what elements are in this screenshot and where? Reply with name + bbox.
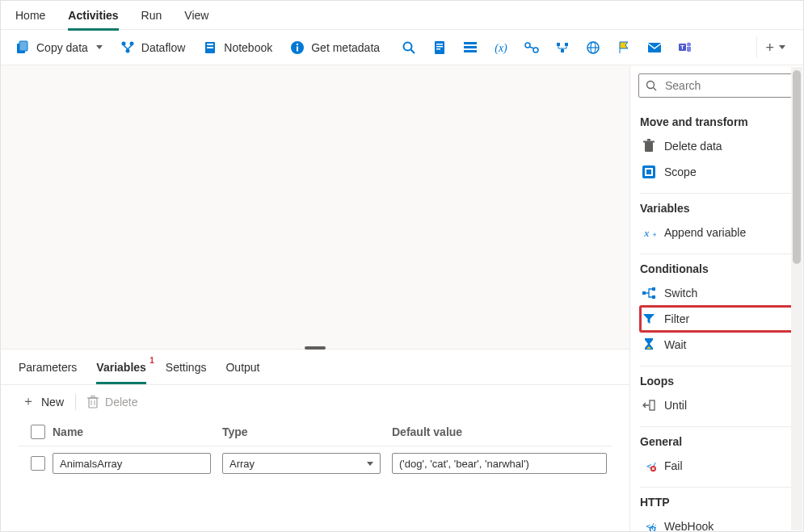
variable-icon[interactable]: (x) [493,40,509,56]
svg-line-13 [411,49,415,53]
svg-text:(x): (x) [495,42,507,54]
pipeline-icon[interactable] [554,40,570,56]
dataflow-button[interactable]: Dataflow [116,37,190,58]
svg-point-11 [297,43,298,44]
process-icon[interactable] [524,40,540,56]
delete-label: Delete [105,396,137,408]
switch-icon [642,286,656,300]
search-icon [646,80,657,91]
variable-name-input[interactable] [53,453,211,474]
notebook-button[interactable]: Notebook [198,37,277,58]
activity-append-variable[interactable]: x+ Append variable [640,220,793,245]
activity-webhook[interactable]: </> WebHook [640,513,793,531]
vertical-scrollbar[interactable] [791,67,802,530]
tab-variables[interactable]: Variables 1 [96,358,146,384]
add-activity-button[interactable]: + [756,36,793,58]
plus-icon: ＋ [22,393,35,410]
activities-panel: Move and transform Delete data Scope [629,65,803,531]
flag-icon[interactable] [616,40,632,56]
new-label: New [41,396,64,408]
variable-default-input[interactable] [392,453,607,474]
section-conditionals: Conditionals [640,253,793,280]
tab-settings[interactable]: Settings [166,358,207,384]
tab-parameters[interactable]: Parameters [19,358,77,384]
activity-until[interactable]: Until [640,392,793,418]
trash-icon [642,139,656,153]
tab-run[interactable]: Run [141,6,162,28]
activity-label: Wait [664,338,686,351]
teams-icon[interactable]: T [677,40,693,56]
svg-rect-19 [464,46,477,48]
dataflow-label: Dataflow [141,41,185,54]
delete-variable-button[interactable]: Delete [87,396,137,408]
svg-point-3 [121,41,125,45]
scope-icon [642,165,656,179]
splitter-handle[interactable] [305,346,326,350]
activity-label: WebHook [664,520,713,531]
notebook-icon [203,40,217,55]
svg-text:+: + [653,231,657,239]
svg-rect-16 [436,46,443,48]
chevron-down-icon [96,45,103,49]
table-header: Name Type Default value [19,418,612,446]
plus-icon: + [765,40,774,55]
mail-icon[interactable] [646,40,663,56]
svg-line-40 [654,88,657,91]
activity-switch[interactable]: Switch [640,280,793,306]
variables-count-badge: 1 [149,356,154,365]
until-icon [642,398,656,413]
pipeline-canvas[interactable] [1,65,629,350]
tab-home[interactable]: Home [15,6,45,28]
get-metadata-button[interactable]: Get metadata [285,37,385,58]
select-all-checkbox[interactable] [31,425,45,439]
left-column: Parameters Variables 1 Settings Output ＋… [1,65,629,531]
table-row: Array [19,446,612,480]
activity-wait[interactable]: Wait [640,332,793,358]
script-icon[interactable] [431,40,448,56]
svg-rect-30 [648,43,661,52]
activities-search[interactable] [638,73,795,98]
search-icon[interactable] [401,40,417,56]
activity-fail[interactable]: </> Fail [640,453,793,479]
toolbar: Copy data Dataflow Notebook Get metadata [1,30,803,65]
filter-icon [642,312,656,326]
lower-panel: Parameters Variables 1 Settings Output ＋… [1,350,629,531]
svg-point-5 [125,48,129,52]
svg-point-33 [687,42,691,46]
activity-label: Switch [664,287,697,300]
activity-delete-data[interactable]: Delete data [640,133,793,159]
tab-output[interactable]: Output [225,358,259,384]
variable-type-select[interactable]: Array [222,453,381,474]
col-default-header: Default value [392,425,607,438]
svg-rect-8 [207,47,213,48]
activity-label: Fail [664,459,683,472]
svg-point-12 [404,42,412,50]
scrollbar-thumb[interactable] [793,70,801,264]
tab-activities[interactable]: Activities [68,6,118,31]
activity-label: Delete data [664,140,722,153]
section-loops: Loops [640,366,793,392]
copy-data-button[interactable]: Copy data [11,37,107,58]
activities-search-input[interactable] [663,78,803,93]
svg-rect-24 [557,43,560,46]
globe-icon[interactable] [585,40,601,56]
toolbar-extra-icons: (x) T [401,40,693,56]
svg-rect-25 [565,43,568,46]
dataflow-icon [120,40,135,55]
svg-point-4 [129,41,133,45]
new-variable-button[interactable]: ＋ New [22,393,64,410]
activity-scope[interactable]: Scope [640,159,793,185]
fail-icon: </> [642,459,656,473]
svg-rect-38 [91,396,95,398]
tab-view[interactable]: View [184,6,208,28]
lower-tabs: Parameters Variables 1 Settings Output [1,350,629,385]
info-icon [290,40,305,55]
activity-filter[interactable]: Filter [640,306,793,332]
svg-rect-50 [652,287,655,291]
list-icon[interactable] [462,40,478,56]
activities-list[interactable]: Move and transform Delete data Scope [630,103,803,531]
row-checkbox[interactable] [31,456,45,471]
svg-rect-42 [643,141,655,143]
body: Parameters Variables 1 Settings Output ＋… [1,65,803,531]
col-type-header: Type [222,425,392,438]
